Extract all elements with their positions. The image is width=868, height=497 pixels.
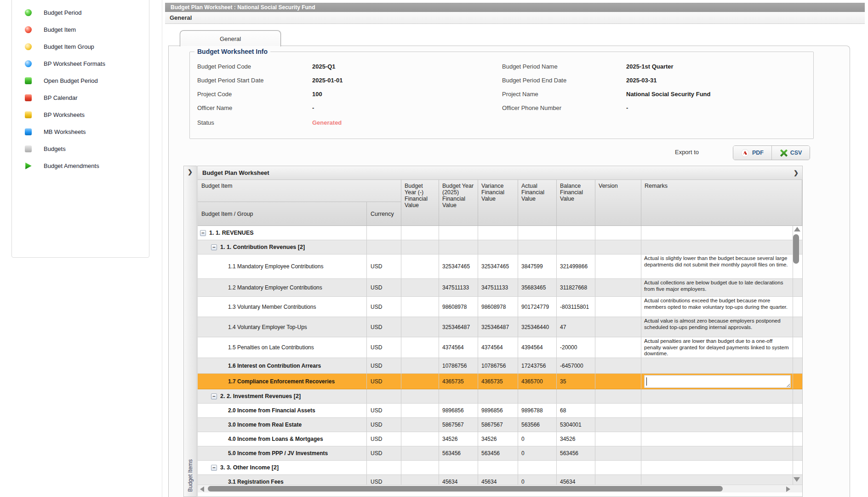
field-value: - — [312, 104, 502, 111]
export-pdf-button[interactable]: PDF — [733, 146, 771, 160]
sidebar-item-bp-calendar[interactable]: BP Calendar — [12, 89, 149, 106]
field-value: 2025-03-31 — [626, 77, 813, 84]
collapse-expander-icon[interactable]: − — [200, 230, 206, 236]
column-header-version: Version — [595, 180, 641, 225]
by-prev-cell — [401, 226, 439, 240]
circle-yellow-icon — [25, 43, 32, 50]
version-cell — [595, 446, 641, 460]
tab-general[interactable]: General — [180, 30, 281, 46]
by-2025-cell: 4374564 — [439, 337, 478, 358]
sidebar-item-budgets[interactable]: Budgets — [12, 140, 149, 157]
actual-cell: 0 — [518, 432, 557, 446]
by-2025-cell: 347511133 — [439, 279, 478, 296]
table-group-row-1-1-contribution-revenues-2[interactable]: −1. 1. Contribution Revenues [2] — [198, 240, 802, 254]
expand-panel-chevron-icon[interactable]: ❯ — [184, 168, 196, 175]
budget-item-label: 2.0 Income from Financial Assets — [228, 407, 315, 414]
sidebar-item-budget-period[interactable]: Budget Period — [12, 4, 149, 21]
scroll-left-arrow-icon[interactable] — [200, 486, 204, 492]
balance-cell: -20000 — [557, 337, 595, 358]
collapse-grid-chevron-icon[interactable]: ❯ — [794, 166, 799, 179]
currency-cell: USD — [367, 475, 401, 485]
budget-item-cell: 1.7 Compliance Enforcement Recoveries — [198, 374, 367, 389]
info-row-status: Status Generated — [190, 116, 813, 129]
horizontal-scroll-thumb[interactable] — [208, 486, 723, 491]
sidebar-item-label: MB Worksheets — [44, 128, 86, 135]
by-2025-cell — [439, 389, 478, 403]
actual-cell: 35683465 — [518, 279, 557, 296]
by-prev-cell — [401, 461, 439, 474]
balance-cell — [557, 226, 595, 240]
table-group-row-1-1-revenues[interactable]: −1. 1. REVENUES — [198, 226, 802, 240]
column-header-budget-item: Budget Item — [198, 180, 401, 202]
remarks-cell — [641, 389, 793, 403]
sidebar-item-label: Budget Item — [44, 26, 76, 33]
sidebar-item-bp-worksheets[interactable]: BP Worksheets — [12, 106, 149, 123]
currency-cell: USD — [367, 337, 401, 358]
budget-item-cell: 1.2 Mandatory Employer Contributions — [198, 279, 367, 296]
sidebar-item-label: BP Calendar — [44, 94, 77, 101]
text-caret — [646, 377, 647, 386]
collapse-expander-icon[interactable]: − — [211, 465, 217, 471]
variance-cell: 98608978 — [478, 297, 518, 317]
table-row-5-0-income-from-ppp-jv-investments[interactable]: 5.0 Income from PPP / JV InvestmentsUSD5… — [198, 446, 802, 461]
sidebar-item-label: Budget Amendments — [44, 162, 99, 169]
collapse-expander-icon[interactable]: − — [211, 244, 217, 250]
by-2025-cell — [439, 461, 478, 474]
sidebar-item-open-budget-period[interactable]: Open Budget Period — [12, 72, 149, 89]
actual-cell: 563566 — [518, 418, 557, 432]
scroll-right-arrow-icon[interactable] — [786, 486, 790, 492]
remarks-cell — [641, 374, 793, 389]
balance-cell: 34526 — [557, 432, 595, 446]
sidebar-item-budget-item[interactable]: Budget Item — [12, 21, 149, 38]
export-bar: Export to PDF CSV — [189, 145, 814, 160]
table-group-row-3-3-other-income-2[interactable]: −3. 3. Other Income [2] — [198, 461, 802, 475]
table-row-1-4-voluntary-employer-top-ups[interactable]: 1.4 Voluntary Employer Top-UpsUSD3253464… — [198, 317, 802, 337]
variance-cell: 45634 — [478, 475, 518, 485]
table-row-3-0-income-from-real-estate[interactable]: 3.0 Income from Real EstateUSD5867567586… — [198, 418, 802, 432]
info-row: Project Code 100 Project Name National S… — [190, 87, 813, 101]
collapse-expander-icon[interactable]: − — [211, 393, 217, 399]
variance-cell: 5867567 — [478, 418, 518, 432]
version-cell — [595, 337, 641, 358]
table-row-3-1-registration-fees[interactable]: 3.1 Registration FeesUSD4563445634045634 — [198, 475, 802, 485]
field-label: Project Name — [502, 91, 626, 98]
scroll-down-arrow-icon[interactable] — [794, 477, 800, 482]
budget-item-label: 3.1 Registration Fees — [228, 479, 284, 485]
export-to-label: Export to — [675, 149, 699, 156]
by-prev-cell — [401, 240, 439, 254]
table-row-1-5-penalties-on-late-contributions[interactable]: 1.5 Penalties on Late ContributionsUSD43… — [198, 337, 802, 358]
by-prev-cell — [401, 337, 439, 358]
sidebar-item-budget-item-group[interactable]: Budget Item Group — [12, 38, 149, 55]
sidebar-item-bp-worksheet-formats[interactable]: BP Worksheet Formats — [12, 55, 149, 72]
budget-item-label: 1.1 Mandatory Employee Contributions — [228, 263, 323, 270]
sidebar-item-budget-amendments[interactable]: Budget Amendments — [12, 157, 149, 174]
variance-cell: 34526 — [478, 432, 518, 446]
export-csv-button[interactable]: CSV — [771, 146, 810, 160]
by-2025-cell — [439, 226, 478, 240]
table-row-1-7-compliance-enforcement-recoveries[interactable]: 1.7 Compliance Enforcement RecoveriesUSD… — [198, 374, 802, 389]
version-cell — [595, 254, 641, 278]
by-2025-cell: 45634 — [439, 475, 478, 485]
scroll-up-arrow-icon[interactable] — [794, 227, 800, 231]
table-row-1-2-mandatory-employer-contributions[interactable]: 1.2 Mandatory Employer ContributionsUSD3… — [198, 279, 802, 297]
table-row-1-6-interest-on-contribution-arrears[interactable]: 1.6 Interest on Contribution ArrearsUSD1… — [198, 358, 802, 374]
budget-items-vertical-label: Budget Items — [187, 459, 194, 492]
table-group-row-2-2-investment-revenues-2[interactable]: −2. 2. Investment Revenues [2] — [198, 389, 802, 404]
table-row-2-0-income-from-financial-assets[interactable]: 2.0 Income from Financial AssetsUSD98968… — [198, 404, 802, 418]
budget-item-cell: 4.0 Income from Loans & Mortgages — [198, 432, 367, 446]
status-badge: Generated — [312, 119, 502, 126]
table-row-1-3-voluntary-member-contributions[interactable]: 1.3 Voluntary Member ContributionsUSD986… — [198, 297, 802, 317]
table-row-4-0-income-from-loans-mortgages[interactable]: 4.0 Income from Loans & MortgagesUSD3452… — [198, 432, 802, 446]
remarks-cell: Actual collections are below budget due … — [641, 279, 793, 296]
vertical-scroll-thumb[interactable] — [793, 234, 799, 264]
triangle-green-icon — [25, 162, 32, 169]
grid-rows-viewport: −1. 1. REVENUES−1. 1. Contribution Reven… — [198, 226, 802, 485]
remarks-cell — [641, 226, 793, 240]
balance-cell: 563456 — [557, 446, 595, 460]
remarks-cell — [641, 461, 793, 474]
sidebar-item-mb-worksheets[interactable]: MB Worksheets — [12, 123, 149, 140]
table-row-1-1-mandatory-employee-contributions[interactable]: 1.1 Mandatory Employee ContributionsUSD3… — [198, 254, 802, 279]
by-prev-cell — [401, 297, 439, 317]
currency-cell — [367, 461, 401, 474]
remark-input[interactable] — [644, 375, 791, 388]
